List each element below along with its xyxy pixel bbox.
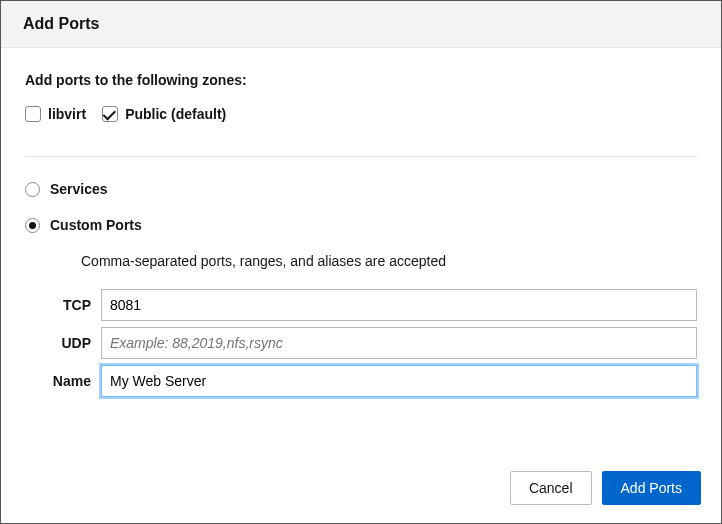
name-input[interactable] [101, 365, 697, 397]
zones-label: Add ports to the following zones: [25, 72, 697, 88]
udp-row: UDP [45, 327, 697, 359]
custom-ports-block: Comma-separated ports, ranges, and alias… [25, 253, 697, 269]
mode-label: Custom Ports [50, 217, 142, 233]
checkbox-icon [25, 106, 41, 122]
mode-services[interactable]: Services [25, 181, 697, 197]
dialog-body: Add ports to the following zones: libvir… [1, 48, 721, 455]
checkbox-checked-icon [102, 106, 118, 122]
cancel-button[interactable]: Cancel [510, 471, 592, 505]
zone-libvirt[interactable]: libvirt [25, 106, 86, 122]
udp-input[interactable] [101, 327, 697, 359]
zones-row: libvirt Public (default) [25, 106, 697, 122]
tcp-input[interactable] [101, 289, 697, 321]
mode-custom-ports[interactable]: Custom Ports [25, 217, 697, 233]
dialog-header: Add Ports [1, 1, 721, 48]
fields: TCP UDP Name [25, 289, 697, 397]
radio-selected-icon [25, 218, 40, 233]
dialog-footer: Cancel Add Ports [1, 455, 721, 523]
custom-help-text: Comma-separated ports, ranges, and alias… [81, 253, 697, 269]
tcp-label: TCP [45, 297, 101, 313]
zone-public[interactable]: Public (default) [102, 106, 226, 122]
dialog-title: Add Ports [23, 15, 699, 33]
name-row: Name [45, 365, 697, 397]
add-ports-button[interactable]: Add Ports [602, 471, 701, 505]
tcp-row: TCP [45, 289, 697, 321]
zone-label: libvirt [48, 106, 86, 122]
radio-icon [25, 182, 40, 197]
mode-label: Services [50, 181, 108, 197]
zone-label: Public (default) [125, 106, 226, 122]
add-ports-dialog: Add Ports Add ports to the following zon… [0, 0, 722, 524]
udp-label: UDP [45, 335, 101, 351]
name-label: Name [45, 373, 101, 389]
divider [25, 156, 697, 157]
